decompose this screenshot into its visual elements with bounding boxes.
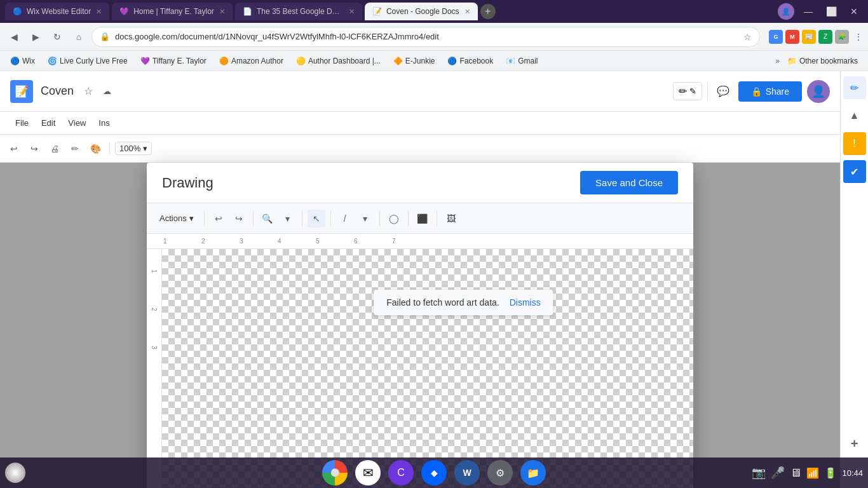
tiffany-bookmark-label: Tiffany E. Taylor (153, 57, 207, 65)
bookmarks-bar: 🔵 Wix 🌀 Live Curly Live Free 💜 Tiffany E… (0, 51, 868, 71)
bookmarks-more[interactable]: » (775, 57, 780, 65)
taskbar-settings[interactable]: ⚙ (487, 460, 513, 485)
error-message: Failed to fetch word art data. (386, 297, 499, 308)
taskbar-wifi-icon: 📶 (806, 467, 819, 479)
profile-icon[interactable]: 👤 (778, 3, 794, 20)
zoom-dropdown-button[interactable]: ▾ (279, 210, 297, 227)
sidebar-flag-icon[interactable]: ! (843, 132, 866, 155)
gmail-taskbar-icon: ✉ (363, 465, 374, 480)
ext-icon-3[interactable]: 📰 (802, 30, 816, 44)
tab-wix[interactable]: 🔵 Wix Website Editor ✕ (5, 3, 109, 20)
docs-edit-mode[interactable]: ✏ ✎ (673, 82, 702, 100)
ruler-mark-7: 7 (391, 238, 429, 245)
minimize-button[interactable]: — (799, 3, 817, 20)
taskbar-screen-icon[interactable]: 🖥 (790, 466, 801, 480)
taskbar-chrome[interactable]: ⚪ (322, 460, 348, 485)
tab-wix-label: Wix Website Editor (27, 7, 91, 16)
taskbar-chromatic[interactable]: C (388, 460, 414, 485)
ext-icon-4[interactable]: Z (818, 30, 832, 44)
bookmark-wix[interactable]: 🔵 Wix (5, 55, 40, 67)
docs-user-avatar[interactable]: 👤 (807, 80, 830, 103)
tab-wix-close[interactable]: ✕ (96, 8, 102, 16)
tab-google-docs-kb[interactable]: 📄 The 35 Best Google Docs Keyb... ✕ (235, 3, 362, 20)
close-button[interactable]: ✕ (845, 3, 863, 20)
menu-view[interactable]: View (63, 116, 91, 130)
bookmark-ejunkie[interactable]: 🔶 E-Junkie (388, 55, 440, 67)
bookmark-tiffany[interactable]: 💜 Tiffany E. Taylor (135, 55, 212, 67)
tab-coven-close[interactable]: ✕ (465, 8, 470, 16)
url-bar[interactable]: 🔒 docs.google.com/document/d/1NNovqr_u4f… (92, 27, 760, 47)
ext-icon-1[interactable]: G (769, 30, 783, 44)
docs-star-icon[interactable]: ☆ (84, 85, 93, 97)
bookmark-facebook[interactable]: 🔵 Facebook (442, 55, 498, 67)
zoom-in-button[interactable]: 🔍 (259, 210, 276, 227)
bookmark-star-icon[interactable]: ☆ (743, 32, 752, 42)
taskbar-mic-icon[interactable]: 🎤 (771, 466, 785, 480)
menu-file[interactable]: File (10, 116, 34, 130)
redo-button[interactable]: ↪ (25, 140, 43, 158)
maximize-button[interactable]: ⬜ (822, 3, 840, 20)
share-button[interactable]: 🔒 Share (738, 81, 802, 102)
tab-tiffany[interactable]: 💜 Home | Tiffany E. Taylor ✕ (112, 3, 233, 20)
drawing-redo-button[interactable]: ↪ (230, 210, 248, 227)
ext-more-button[interactable]: ⋮ (854, 32, 863, 42)
drawing-undo-button[interactable]: ↩ (210, 210, 227, 227)
taskbar-word[interactable]: W (454, 460, 480, 485)
drawing-canvas-area: 1 2 3 4 5 6 7 (147, 234, 693, 488)
line-tool-button[interactable]: / (336, 210, 354, 227)
bookmark-author-dashboard[interactable]: 🟡 Author Dashboard |... (291, 55, 386, 67)
taskbar-dropbox[interactable]: ◆ (421, 460, 447, 485)
bookmark-live-curly[interactable]: 🌀 Live Curly Live Free (43, 55, 133, 67)
refresh-button[interactable]: ↻ (48, 28, 66, 46)
share-label: Share (766, 86, 789, 97)
drawing-title: Drawing (162, 175, 570, 191)
google-docs-kb-icon: 📄 (243, 7, 252, 16)
save-and-close-button[interactable]: Save and Close (580, 171, 678, 194)
ext-icon-5[interactable]: 🧩 (835, 30, 849, 44)
wix-tab-icon: 🔵 (13, 7, 22, 16)
select-tool-button[interactable]: ↖ (308, 210, 325, 227)
avatar-fallback: 👤 (811, 85, 825, 98)
tab-tiffany-close[interactable]: ✕ (219, 8, 225, 16)
tiffany-bookmark-icon: 💜 (140, 57, 150, 65)
sidebar-check-icon[interactable]: ✔ (843, 160, 866, 183)
live-curly-label: Live Curly Live Free (60, 57, 128, 65)
sidebar-pencil-icon[interactable]: ✏ (843, 76, 866, 99)
textbox-tool-button[interactable]: ⬛ (414, 210, 431, 227)
taskbar-files[interactable]: 📁 (520, 460, 546, 485)
zoom-chevron-icon: ▾ (143, 144, 147, 153)
tab-coven[interactable]: 📝 Coven - Google Docs ✕ (365, 3, 478, 20)
comment-button[interactable]: 💬 (713, 81, 733, 102)
taskbar-gmail[interactable]: ✉ (355, 460, 381, 485)
sidebar-chevron-icon[interactable]: ▲ (843, 104, 866, 127)
print-button[interactable]: 🖨 (46, 140, 64, 158)
menu-edit[interactable]: Edit (36, 116, 60, 130)
taskbar-circle-icon[interactable] (5, 463, 25, 483)
forward-button[interactable]: ▶ (27, 28, 44, 46)
bookmark-gmail[interactable]: 📧 Gmail (501, 55, 543, 67)
sidebar-plus-icon[interactable]: + (843, 432, 866, 455)
dismiss-button[interactable]: Dismiss (510, 297, 541, 308)
doc-body: Drawing Save and Close Actions ▾ ↩ ↪ (0, 163, 840, 488)
back-button[interactable]: ◀ (5, 28, 23, 46)
ruler-mark-6: 6 (353, 238, 391, 245)
author-dashboard-label: Author Dashboard |... (308, 57, 381, 65)
actions-dropdown[interactable]: Actions ▾ (154, 208, 199, 229)
drawing-canvas[interactable]: Failed to fetch word art data. Dismiss (162, 249, 693, 488)
spellcheck-button[interactable]: ✏ (66, 140, 84, 158)
new-tab-button[interactable]: + (480, 4, 496, 19)
line-dropdown-button[interactable]: ▾ (356, 210, 374, 227)
home-button[interactable]: ⌂ (70, 28, 88, 46)
bookmark-amazon[interactable]: 🟠 Amazon Author (214, 55, 288, 67)
taskbar-screenshot-icon[interactable]: 📷 (752, 466, 766, 480)
bookmark-other[interactable]: 📁 Other bookmarks (782, 55, 863, 67)
paint-format-button[interactable]: 🎨 (86, 140, 104, 158)
zoom-control[interactable]: 100% ▾ (115, 142, 152, 155)
undo-button[interactable]: ↩ (5, 140, 23, 158)
image-tool-button[interactable]: 🖼 (442, 210, 460, 227)
shape-tool-button[interactable]: ◯ (385, 210, 403, 227)
ext-icon-2[interactable]: M (785, 30, 799, 44)
menu-insert[interactable]: Ins (93, 116, 114, 130)
tab-google-docs-kb-close[interactable]: ✕ (349, 8, 355, 16)
actions-chevron-icon: ▾ (189, 214, 194, 223)
